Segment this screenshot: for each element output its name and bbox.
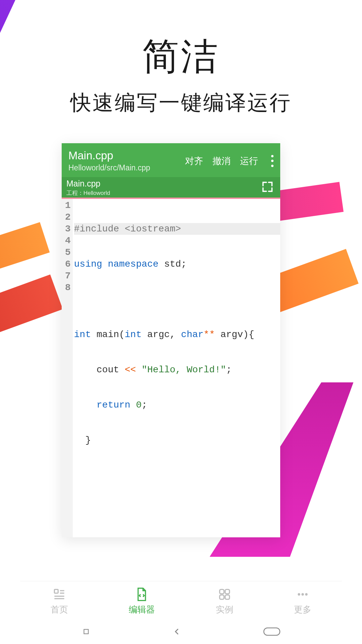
sys-home-icon[interactable] — [263, 627, 281, 637]
editor-tab-name: Main.cpp — [66, 179, 259, 189]
nav-examples[interactable]: 实例 — [216, 587, 233, 615]
line-number: 3 — [65, 223, 71, 235]
nav-more-label: 更多 — [294, 604, 311, 615]
editor-header: Main.cpp Helloworld/src/Main.cpp 对齐 撤消 运… — [62, 143, 280, 177]
nav-editor-label: 编辑器 — [129, 604, 155, 615]
editor-tab-project: 工程：Helloworld — [66, 189, 259, 197]
line-number: 1 — [65, 200, 71, 211]
svg-rect-6 — [225, 589, 230, 594]
more-menu-icon[interactable] — [271, 155, 274, 167]
nav-home[interactable]: 首页 — [51, 587, 68, 615]
decor-red — [0, 274, 63, 353]
svg-rect-8 — [225, 595, 230, 599]
svg-point-11 — [305, 593, 308, 595]
code-file-icon — [134, 587, 149, 602]
svg-point-10 — [302, 593, 304, 595]
editor-title-block: Main.cpp Helloworld/src/Main.cpp — [68, 149, 185, 172]
code-line — [74, 293, 280, 305]
code-line: cout << "Hello, World!"; — [74, 364, 280, 376]
line-number: 7 — [65, 270, 71, 282]
line-number: 6 — [65, 258, 71, 270]
editor-actions: 对齐 撤消 运行 — [185, 155, 274, 167]
line-gutter: 1 2 3 4 5 6 7 8 — [62, 198, 73, 537]
svg-rect-5 — [220, 589, 224, 594]
editor-filepath: Helloworld/src/Main.cpp — [68, 163, 185, 172]
svg-point-9 — [298, 593, 300, 595]
code-line: return 0; — [74, 399, 280, 411]
line-number: 4 — [65, 235, 71, 247]
system-nav — [0, 624, 362, 641]
hero-section: 简洁 快速编写一键编译运行 — [0, 32, 362, 117]
more-dots-icon — [295, 587, 310, 602]
code-line — [74, 470, 280, 481]
svg-rect-0 — [54, 589, 58, 593]
nav-home-label: 首页 — [51, 604, 68, 615]
editor-body[interactable]: 1 2 3 4 5 6 7 8 #include <iostream> usin… — [62, 198, 280, 537]
line-number: 8 — [65, 282, 71, 293]
code-line: int main(int argc, char** argv){ — [74, 329, 280, 340]
sys-back-icon[interactable] — [172, 627, 181, 638]
editor-tab[interactable]: Main.cpp 工程：Helloworld — [66, 179, 259, 197]
sys-recent-icon[interactable] — [82, 627, 90, 637]
svg-rect-7 — [220, 595, 224, 599]
code-line: #include <iostream> — [74, 223, 280, 235]
svg-rect-12 — [84, 630, 88, 634]
code-line: } — [74, 434, 280, 446]
code-line: using namespace std; — [74, 258, 280, 270]
hero-subtitle: 快速编写一键编译运行 — [0, 89, 362, 117]
expand-icon[interactable] — [259, 179, 276, 195]
editor-tabbar: Main.cpp 工程：Helloworld — [62, 177, 280, 198]
hero-title: 简洁 — [0, 32, 362, 82]
nav-more[interactable]: 更多 — [294, 587, 311, 615]
editor-filename: Main.cpp — [68, 149, 185, 162]
decor-orange-left — [0, 222, 50, 279]
editor-card: Main.cpp Helloworld/src/Main.cpp 对齐 撤消 运… — [62, 143, 280, 537]
grid-icon — [217, 587, 232, 602]
svg-rect-13 — [264, 628, 280, 635]
nav-editor[interactable]: 编辑器 — [129, 587, 155, 615]
home-icon — [52, 587, 67, 602]
undo-button[interactable]: 撤消 — [213, 155, 231, 167]
line-number: 2 — [65, 211, 71, 223]
nav-examples-label: 实例 — [216, 604, 233, 615]
run-button[interactable]: 运行 — [240, 155, 258, 167]
bottom-nav: 首页 编辑器 实例 更多 — [20, 581, 342, 621]
align-button[interactable]: 对齐 — [185, 155, 203, 167]
code-area[interactable]: #include <iostream> using namespace std;… — [73, 198, 280, 537]
line-number: 5 — [65, 247, 71, 258]
